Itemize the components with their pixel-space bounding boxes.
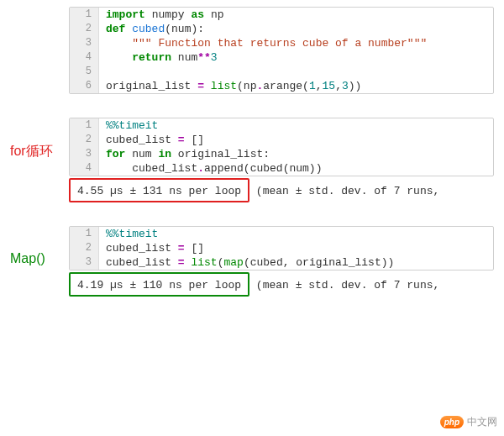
code-text: cubed_list = [] — [99, 133, 211, 147]
code-text: """ Function that returns cube of a numb… — [99, 36, 433, 50]
line-number: 2 — [70, 22, 99, 36]
code-container: 1import numpy as np2def cubed(num):3 """… — [69, 7, 494, 94]
label-map: Map() — [10, 251, 69, 266]
timing-result-map: 4.19 µs ± 110 ns per loop — [69, 272, 249, 297]
code-text: return num**3 — [99, 50, 224, 65]
code-cell: 1%%timeit2cubed_list = []3cubed_list = l… — [69, 226, 494, 271]
code-block-definition: 1import numpy as np2def cubed(num):3 """… — [10, 7, 494, 94]
code-line: 1import numpy as np — [70, 8, 493, 22]
code-block-map: Map() 1%%timeit2cubed_list = []3cubed_li… — [10, 226, 494, 297]
code-block-for-loop: for循环 1%%timeit2cubed_list = []3for num … — [10, 118, 494, 202]
line-number: 6 — [70, 79, 99, 93]
code-text: import numpy as np — [99, 8, 230, 22]
line-number: 1 — [70, 227, 99, 241]
code-cell: 1import numpy as np2def cubed(num):3 """… — [69, 7, 494, 94]
timing-tail: (mean ± std. dev. of 7 runs, — [249, 185, 439, 197]
line-number: 2 — [70, 241, 99, 255]
code-line: 6original_list = list(np.arange(1,15,3)) — [70, 79, 493, 93]
code-container: 1%%timeit2cubed_list = []3for num in ori… — [69, 118, 494, 202]
code-container: 1%%timeit2cubed_list = []3cubed_list = l… — [69, 226, 494, 297]
code-line: 3cubed_list = list(map(cubed, original_l… — [70, 255, 493, 270]
code-line: 1%%timeit — [70, 227, 493, 241]
output-row: 4.55 µs ± 131 ns per loop (mean ± std. d… — [69, 176, 494, 202]
code-line: 4 return num**3 — [70, 50, 493, 65]
line-number: 4 — [70, 50, 99, 65]
line-number: 3 — [70, 36, 99, 50]
code-text: for num in original_list: — [99, 147, 276, 161]
code-text: %%timeit — [99, 118, 165, 133]
code-line: 4 cubed_list.append(cubed(num)) — [70, 161, 493, 176]
line-number: 3 — [70, 255, 99, 270]
code-line: 5 — [70, 65, 493, 79]
code-line: 2def cubed(num): — [70, 22, 493, 36]
output-row: 4.19 µs ± 110 ns per loop (mean ± std. d… — [69, 271, 494, 297]
code-text: def cubed(num): — [99, 22, 211, 36]
code-line: 1%%timeit — [70, 118, 493, 133]
line-number: 3 — [70, 147, 99, 161]
timing-tail: (mean ± std. dev. of 7 runs, — [249, 279, 439, 292]
code-cell: 1%%timeit2cubed_list = []3for num in ori… — [69, 118, 494, 176]
label-for-loop: for循环 — [10, 143, 69, 160]
line-number: 1 — [70, 8, 99, 22]
timing-result-for: 4.55 µs ± 131 ns per loop — [69, 178, 249, 202]
code-text: %%timeit — [99, 227, 165, 241]
code-text: cubed_list.append(cubed(num)) — [99, 161, 328, 176]
code-line: 2cubed_list = [] — [70, 133, 493, 147]
code-line: 2cubed_list = [] — [70, 241, 493, 255]
line-number: 5 — [70, 65, 99, 79]
line-number: 2 — [70, 133, 99, 147]
code-line: 3for num in original_list: — [70, 147, 493, 161]
line-number: 4 — [70, 161, 99, 176]
code-text: cubed_list = [] — [99, 241, 211, 255]
code-text: cubed_list = list(map(cubed, original_li… — [99, 255, 401, 270]
code-line: 3 """ Function that returns cube of a nu… — [70, 36, 493, 50]
line-number: 1 — [70, 118, 99, 133]
code-text — [99, 65, 119, 79]
code-text: original_list = list(np.arange(1,15,3)) — [99, 79, 368, 93]
